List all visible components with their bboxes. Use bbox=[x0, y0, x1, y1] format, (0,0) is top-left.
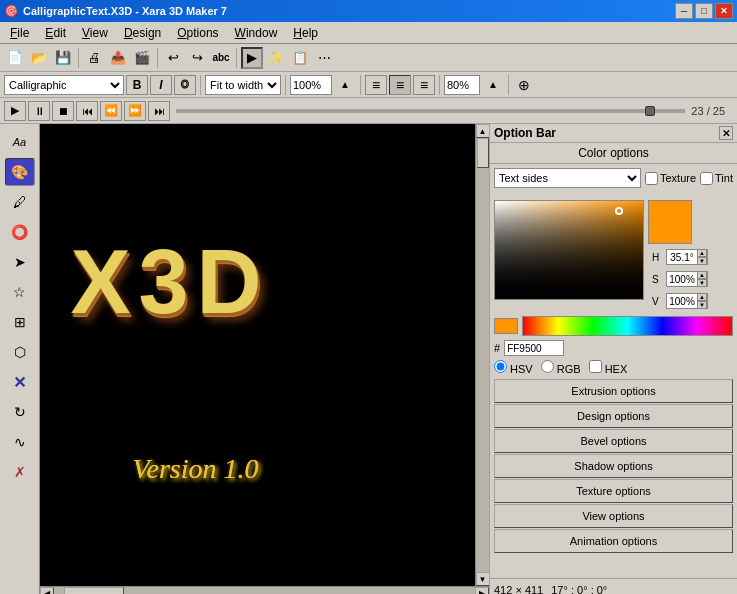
export-button[interactable]: 📤 bbox=[107, 47, 129, 69]
tool-shape[interactable]: 🖊 bbox=[5, 188, 35, 216]
tool-x[interactable]: ✕ bbox=[5, 368, 35, 396]
tool-color[interactable]: 🎨 bbox=[5, 158, 35, 186]
timeline-slider[interactable] bbox=[176, 109, 685, 113]
tool-text[interactable]: Aa bbox=[5, 128, 35, 156]
play-stop[interactable]: ⏹ bbox=[52, 101, 74, 121]
menu-help[interactable]: Help bbox=[285, 24, 326, 42]
h-spinner[interactable]: 35.1° ▲ ▼ bbox=[666, 249, 708, 265]
bevel-options-button[interactable]: Bevel options bbox=[494, 429, 733, 453]
canvas[interactable]: X3D X3D Version 1.0 Version 1.0 bbox=[40, 124, 475, 586]
menu-view[interactable]: View bbox=[74, 24, 116, 42]
maximize-button[interactable]: □ bbox=[695, 3, 713, 19]
s-spinner[interactable]: 100% ▲ ▼ bbox=[666, 271, 708, 287]
redo-button[interactable]: ↪ bbox=[186, 47, 208, 69]
color-swatch-small[interactable] bbox=[494, 318, 518, 334]
zoom-display: 100% bbox=[290, 75, 332, 95]
s-down-arrow[interactable]: ▼ bbox=[697, 279, 707, 287]
hex-radio[interactable] bbox=[589, 360, 602, 373]
v-spinner[interactable]: 100% ▲ ▼ bbox=[666, 293, 708, 309]
play-button[interactable]: ▶ bbox=[241, 47, 263, 69]
menu-file[interactable]: File bbox=[2, 24, 37, 42]
tool-pattern[interactable]: ⊞ bbox=[5, 308, 35, 336]
shadow-options-button[interactable]: Shadow options bbox=[494, 454, 733, 478]
sep7 bbox=[439, 75, 440, 95]
hscroll-thumb[interactable] bbox=[64, 587, 124, 594]
panel-close-button[interactable]: ✕ bbox=[719, 126, 733, 140]
v-up-arrow[interactable]: ▲ bbox=[697, 293, 707, 301]
animate-button[interactable]: 🎬 bbox=[131, 47, 153, 69]
text-button[interactable]: abc bbox=[210, 47, 232, 69]
menu-design[interactable]: Design bbox=[116, 24, 169, 42]
tool-circle[interactable]: ⭕ bbox=[5, 218, 35, 246]
align-right[interactable]: ≡ bbox=[413, 75, 435, 95]
extra-btn[interactable]: ⊕ bbox=[513, 74, 535, 96]
hscroll-left-button[interactable]: ◀ bbox=[40, 587, 54, 595]
menu-edit[interactable]: Edit bbox=[37, 24, 74, 42]
tool-arrow[interactable]: ➤ bbox=[5, 248, 35, 276]
v-row: V 100% ▲ ▼ bbox=[648, 292, 712, 310]
play-next[interactable]: ⏩ bbox=[124, 101, 146, 121]
menu-options[interactable]: Options bbox=[169, 24, 226, 42]
color-marker[interactable] bbox=[615, 207, 623, 215]
scroll-down-button[interactable]: ▼ bbox=[476, 572, 490, 586]
font-select[interactable]: Calligraphic bbox=[4, 75, 124, 95]
tool-loop[interactable]: ↻ bbox=[5, 398, 35, 426]
play-prev-end[interactable]: ⏮ bbox=[76, 101, 98, 121]
h-down-arrow[interactable]: ▼ bbox=[697, 257, 707, 265]
minimize-button[interactable]: ─ bbox=[675, 3, 693, 19]
undo-button[interactable]: ↩ bbox=[162, 47, 184, 69]
hscroll-track[interactable] bbox=[54, 587, 475, 594]
hex-input[interactable] bbox=[504, 340, 564, 356]
scroll-thumb[interactable] bbox=[477, 138, 489, 168]
s-up-arrow[interactable]: ▲ bbox=[697, 271, 707, 279]
color-section: Text sides Texture Tint bbox=[490, 164, 737, 196]
texture-checkbox[interactable] bbox=[645, 172, 658, 185]
main-toolbar: 📄 📂 💾 🖨 📤 🎬 ↩ ↪ abc ▶ ✨ 📋 ⋯ bbox=[0, 44, 737, 72]
angles-display: 17° : 0° : 0° bbox=[551, 584, 607, 595]
design-options-button[interactable]: Design options bbox=[494, 404, 733, 428]
menu-window[interactable]: Window bbox=[227, 24, 286, 42]
tool-star[interactable]: ☆ bbox=[5, 278, 35, 306]
dimensions-display: 412 × 411 bbox=[494, 584, 543, 595]
play-prev[interactable]: ⏪ bbox=[100, 101, 122, 121]
align-center[interactable]: ≡ bbox=[389, 75, 411, 95]
new-button[interactable]: 📄 bbox=[4, 47, 26, 69]
zoom-up-button[interactable]: ▲ bbox=[334, 74, 356, 96]
animation-options-button[interactable]: Animation options bbox=[494, 529, 733, 553]
scroll-up-button[interactable]: ▲ bbox=[476, 124, 490, 138]
hsv-radio[interactable] bbox=[494, 360, 507, 373]
fit-select[interactable]: Fit to width bbox=[205, 75, 281, 95]
tool-cube[interactable]: ⬡ bbox=[5, 338, 35, 366]
view-options-button[interactable]: View options bbox=[494, 504, 733, 528]
h-up-arrow[interactable]: ▲ bbox=[697, 249, 707, 257]
play-pause[interactable]: ⏸ bbox=[28, 101, 50, 121]
texture-options-button[interactable]: Texture options bbox=[494, 479, 733, 503]
export2-button[interactable]: 📋 bbox=[289, 47, 311, 69]
color-swatch[interactable] bbox=[648, 200, 692, 244]
tool-wave[interactable]: ∿ bbox=[5, 428, 35, 456]
angle-up[interactable]: ▲ bbox=[482, 74, 504, 96]
magic-button[interactable]: ✨ bbox=[265, 47, 287, 69]
more-button[interactable]: ⋯ bbox=[313, 47, 335, 69]
rgb-radio[interactable] bbox=[541, 360, 554, 373]
print-button[interactable]: 🖨 bbox=[83, 47, 105, 69]
hscroll-right-button[interactable]: ▶ bbox=[475, 587, 489, 595]
close-button[interactable]: ✕ bbox=[715, 3, 733, 19]
save-button[interactable]: 💾 bbox=[52, 47, 74, 69]
hue-bar[interactable] bbox=[522, 316, 733, 336]
tint-checkbox[interactable] bbox=[700, 172, 713, 185]
italic-button[interactable]: I bbox=[150, 75, 172, 95]
v-down-arrow[interactable]: ▼ bbox=[697, 301, 707, 309]
align-left[interactable]: ≡ bbox=[365, 75, 387, 95]
color-gradient-box[interactable] bbox=[494, 200, 644, 300]
play-next-end[interactable]: ⏭ bbox=[148, 101, 170, 121]
h-row: H 35.1° ▲ ▼ bbox=[648, 248, 712, 266]
outline-button[interactable]: O bbox=[174, 75, 196, 95]
surface-select[interactable]: Text sides bbox=[494, 168, 641, 188]
extrusion-options-button[interactable]: Extrusion options bbox=[494, 379, 733, 403]
scroll-track[interactable] bbox=[476, 138, 489, 572]
tool-x2[interactable]: ✗ bbox=[5, 458, 35, 486]
play-play[interactable]: ▶ bbox=[4, 101, 26, 121]
open-button[interactable]: 📂 bbox=[28, 47, 50, 69]
bold-button[interactable]: B bbox=[126, 75, 148, 95]
